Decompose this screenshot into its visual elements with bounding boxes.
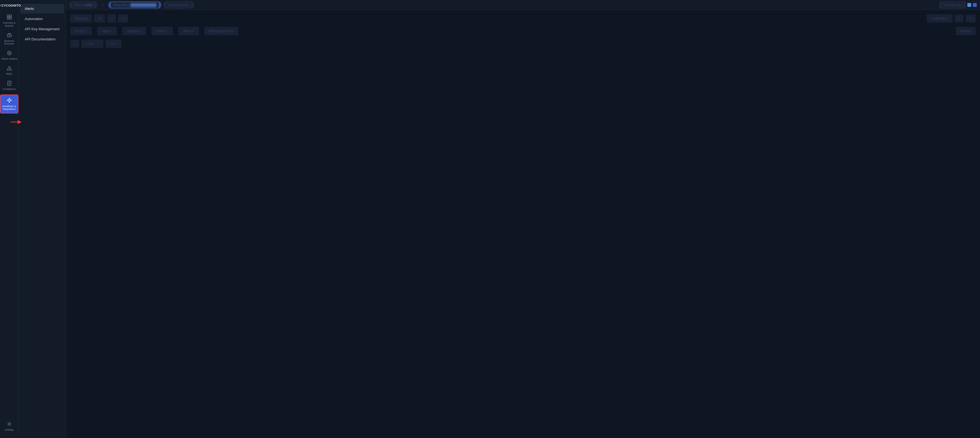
sidebar-item-label-attack: Attack Surface bbox=[1, 57, 18, 61]
topbar-pill-active[interactable]: Active Alerts ████████████ bbox=[108, 2, 161, 8]
action-sq2[interactable]: ▪▪ bbox=[966, 14, 975, 22]
action-sq1[interactable]: ▪ bbox=[955, 14, 964, 22]
topbar-pill-1[interactable]: Overview■■■ bbox=[69, 2, 97, 8]
risks-icon bbox=[6, 65, 12, 72]
settings-section: Settings bbox=[3, 419, 15, 438]
sidebar-item-label-business: Business Structure bbox=[1, 40, 18, 46]
svg-point-11 bbox=[9, 69, 10, 70]
logo-text: CYCOGNITO bbox=[2, 4, 21, 7]
topbar-pill-sep: ▪ bbox=[100, 2, 106, 7]
sidebar-item-label-risks: Risks bbox=[6, 73, 13, 76]
sidebar-item-label-workflows: Workflows & Integrations bbox=[2, 105, 17, 111]
content-row-1: Showing 10 ▪ ▪▪ Create Alert ▪ ▪▪ bbox=[70, 14, 975, 22]
sidebar-item-label-settings: Settings bbox=[5, 428, 14, 432]
overview-icon bbox=[6, 14, 12, 21]
workflows-icon bbox=[6, 97, 13, 104]
col-severity: Severity ▪▪ bbox=[122, 27, 146, 35]
svg-point-9 bbox=[9, 53, 10, 53]
right-action[interactable]: Create Alert bbox=[927, 14, 953, 22]
col-notification: Notification Count bbox=[204, 27, 238, 35]
business-icon bbox=[6, 32, 12, 39]
svg-point-16 bbox=[8, 99, 10, 101]
sidebar: ⟲ CYCOGNITO Overview & Reports bbox=[0, 0, 19, 438]
count-sep2: ▪▪ bbox=[118, 14, 128, 22]
svg-point-19 bbox=[7, 100, 8, 100]
submenu-item-automation[interactable]: Automation bbox=[20, 14, 64, 24]
compliance-icon bbox=[6, 81, 12, 87]
topbar: Overview■■■ ▪ Active Alerts ████████████… bbox=[66, 0, 980, 10]
settings-icon bbox=[6, 421, 12, 428]
sidebar-item-overview[interactable]: Overview & Reports bbox=[0, 12, 18, 30]
sidebar-item-compliance[interactable]: Compliance bbox=[0, 78, 18, 93]
logo: ⟲ CYCOGNITO bbox=[0, 3, 21, 8]
content-row-data: ▪ ▪ ▪▪▪▪▪ ▪▪▪ ▪▪ bbox=[70, 40, 975, 48]
sidebar-item-label-overview: Overview & Reports bbox=[1, 21, 18, 27]
svg-point-18 bbox=[9, 102, 10, 103]
content-area: Showing 10 ▪ ▪▪ Create Alert ▪ ▪▪ bbox=[66, 10, 980, 438]
svg-rect-0 bbox=[7, 15, 9, 17]
content-row-headers: Source ▪ Type ▪▪ Severity ▪▪ Status ▪▪ A… bbox=[70, 26, 975, 36]
main-content: Overview■■■ ▪ Active Alerts ████████████… bbox=[66, 0, 980, 438]
logo-icon: ⟲ bbox=[0, 3, 1, 8]
sidebar-item-business[interactable]: Business Structure bbox=[0, 30, 18, 48]
svg-point-20 bbox=[11, 100, 12, 100]
svg-rect-1 bbox=[10, 15, 11, 17]
topbar-square-1[interactable] bbox=[967, 3, 971, 7]
showing-label: Showing bbox=[70, 14, 92, 22]
col-status: Status ▪▪ bbox=[151, 27, 173, 35]
svg-rect-3 bbox=[10, 17, 11, 19]
sidebar-item-attack[interactable]: Attack Surface bbox=[0, 48, 18, 63]
col-actions: Actions bbox=[956, 27, 975, 35]
svg-point-17 bbox=[9, 98, 10, 99]
sidebar-nav: Overview & Reports Business Structure bbox=[0, 12, 18, 115]
submenu-item-api-docs[interactable]: API Documentation bbox=[20, 34, 64, 44]
sidebar-item-risks[interactable]: Risks bbox=[0, 63, 18, 78]
topbar-right: Filter Results bbox=[939, 2, 977, 8]
sidebar-item-label-compliance: Compliance bbox=[3, 88, 16, 91]
sidebar-item-settings[interactable]: Settings bbox=[3, 419, 15, 433]
count-sep: ▪ bbox=[107, 14, 116, 22]
sidebar-item-workflows[interactable]: Workflows & Integrations bbox=[0, 94, 18, 114]
attack-icon bbox=[6, 50, 12, 57]
submenu-panel: Alerts Automation API Key Management API… bbox=[19, 0, 66, 438]
col-type: Type ▪▪ bbox=[97, 27, 117, 35]
col-source: Source ▪ bbox=[70, 27, 92, 35]
count-badge: 10 bbox=[94, 14, 105, 22]
data-checkbox[interactable]: ▪ bbox=[70, 40, 79, 48]
svg-rect-2 bbox=[7, 17, 9, 19]
filter-button[interactable]: Filter Results bbox=[939, 2, 966, 8]
topbar-square-2[interactable] bbox=[973, 3, 977, 7]
topbar-pill-3[interactable]: All Notifications bbox=[164, 2, 194, 8]
data-type: ▪▪▪ ▪▪ bbox=[105, 40, 122, 48]
data-name: ▪ ▪▪▪▪▪ bbox=[81, 40, 103, 48]
submenu-item-api-key[interactable]: API Key Management bbox=[20, 24, 64, 34]
submenu-item-alerts[interactable]: Alerts bbox=[20, 4, 64, 13]
col-asset: Asset ▪▪ bbox=[178, 27, 199, 35]
svg-point-25 bbox=[8, 423, 10, 425]
